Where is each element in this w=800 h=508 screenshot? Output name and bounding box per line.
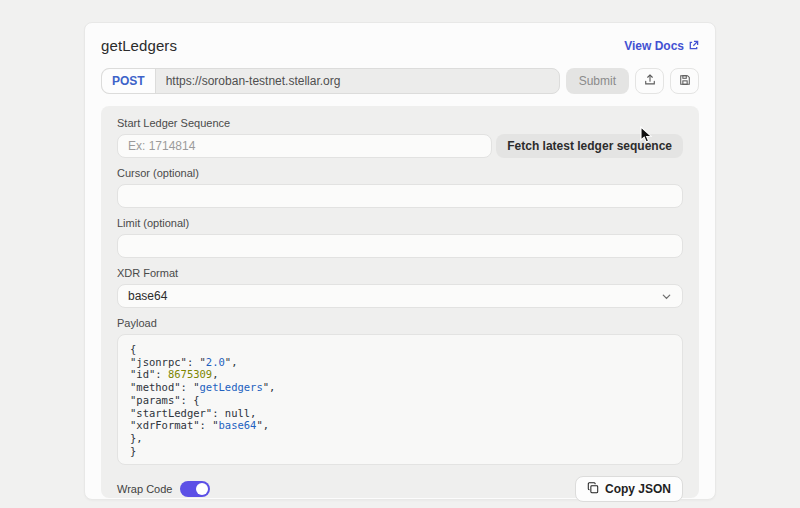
share-button[interactable] xyxy=(635,68,664,94)
params-panel: Start Ledger Sequence Fetch latest ledge… xyxy=(101,106,699,498)
payload-label: Payload xyxy=(117,317,683,329)
limit-label: Limit (optional) xyxy=(117,217,683,229)
toggle-knob xyxy=(196,483,208,495)
limit-input[interactable] xyxy=(117,234,683,258)
external-link-icon xyxy=(688,40,699,51)
chevron-down-icon xyxy=(661,291,672,302)
save-button[interactable] xyxy=(670,68,699,94)
xdr-format-select[interactable]: base64 xyxy=(117,284,683,308)
wrap-code-label: Wrap Code xyxy=(117,483,172,495)
copy-icon xyxy=(587,482,599,497)
wrap-code-toggle[interactable] xyxy=(180,481,210,497)
rpc-url-input[interactable] xyxy=(156,69,559,93)
start-ledger-label: Start Ledger Sequence xyxy=(117,117,683,129)
start-ledger-input[interactable] xyxy=(117,134,492,158)
request-bar: POST Submit xyxy=(101,68,699,94)
panel-footer: Wrap Code Copy JSON xyxy=(117,476,683,502)
cursor-label: Cursor (optional) xyxy=(117,167,683,179)
cursor-field: Cursor (optional) xyxy=(117,167,683,208)
copy-json-label: Copy JSON xyxy=(605,482,671,496)
http-method-badge: POST xyxy=(102,69,156,93)
payload-field: Payload { "jsonrpc": "2.0", "id": 867530… xyxy=(117,317,683,465)
url-field-group: POST xyxy=(101,68,560,94)
limit-field: Limit (optional) xyxy=(117,217,683,258)
fetch-latest-ledger-button[interactable]: Fetch latest ledger sequence xyxy=(496,134,683,158)
payload-code-block[interactable]: { "jsonrpc": "2.0", "id": 8675309, "meth… xyxy=(117,334,683,465)
view-docs-link[interactable]: View Docs xyxy=(624,39,699,53)
cursor-input[interactable] xyxy=(117,184,683,208)
share-icon xyxy=(644,74,656,89)
page-title: getLedgers xyxy=(101,37,177,54)
getledgers-card: getLedgers View Docs POST Submit xyxy=(84,22,716,500)
card-header: getLedgers View Docs xyxy=(101,37,699,54)
submit-button[interactable]: Submit xyxy=(566,68,629,94)
view-docs-label: View Docs xyxy=(624,39,684,53)
start-ledger-field: Start Ledger Sequence Fetch latest ledge… xyxy=(117,117,683,158)
xdr-format-label: XDR Format xyxy=(117,267,683,279)
save-icon xyxy=(679,74,691,89)
xdr-format-selected-value: base64 xyxy=(128,289,167,303)
xdr-format-field: XDR Format base64 xyxy=(117,267,683,308)
copy-json-button[interactable]: Copy JSON xyxy=(575,476,683,502)
